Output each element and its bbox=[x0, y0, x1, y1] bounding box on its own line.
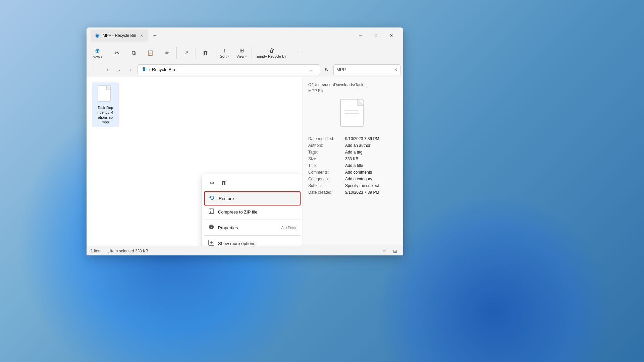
categories-value: Add a category bbox=[345, 176, 398, 182]
more-options-button[interactable]: ··· bbox=[291, 48, 308, 58]
delete-button[interactable]: 🗑 bbox=[197, 49, 213, 57]
path-text: Recycle Bin bbox=[152, 67, 175, 72]
authors-value: Add an author bbox=[345, 142, 398, 149]
main-content: Task-Depndency-Rationshipmpp ✂ 🗑 bbox=[87, 77, 403, 246]
list-view-toggle[interactable]: ≡ bbox=[380, 247, 388, 255]
separator-5 bbox=[252, 47, 252, 59]
ctx-delete-button[interactable]: 🗑 bbox=[219, 178, 229, 188]
ctx-show-more-item[interactable]: Show more options bbox=[204, 237, 301, 246]
copy-button[interactable]: ⧉ bbox=[125, 49, 142, 57]
new-button[interactable]: ⊕ New ▾ bbox=[89, 46, 106, 60]
ctx-separator-2 bbox=[204, 235, 301, 236]
share-button[interactable]: ↗ bbox=[178, 48, 194, 57]
ctx-cut-icon: ✂ bbox=[210, 180, 214, 186]
ctx-properties-item[interactable]: Properties Alt+Enter bbox=[204, 221, 301, 234]
window-controls: ─ □ ✕ bbox=[353, 30, 399, 41]
tab-title: MPP - Recycle Bin bbox=[103, 33, 136, 38]
empty-bin-label: Empty Recycle Bin bbox=[257, 54, 287, 58]
subject-label: Subject: bbox=[308, 182, 345, 189]
new-dropdown-icon: ▾ bbox=[101, 55, 102, 59]
ctx-show-more-label: Show more options bbox=[218, 241, 297, 246]
tags-value: Add a tag bbox=[345, 149, 398, 156]
item-selected: 1 item selected 333 KB bbox=[107, 249, 148, 253]
date-created-row: Date created: 9/10/2023 7:39 PM bbox=[308, 189, 398, 196]
ctx-compress-item[interactable]: Compress to ZIP file bbox=[204, 205, 301, 218]
view-label: View bbox=[236, 54, 245, 58]
file-icon-container bbox=[97, 85, 113, 104]
svg-rect-5 bbox=[210, 212, 211, 213]
explorer-window: MPP - Recycle Bin ✕ + ─ □ ✕ ⊕ New ▾ ✂ ⧉ … bbox=[87, 27, 403, 255]
address-dropdown-icon[interactable]: ⌄ bbox=[310, 67, 316, 72]
view-button[interactable]: ⊞ View ▾ bbox=[233, 46, 250, 60]
details-path: C:\Users\user\Downloads\Task... bbox=[308, 82, 398, 87]
grid-view-toggle[interactable]: ⊞ bbox=[391, 247, 399, 255]
new-tab-button[interactable]: + bbox=[150, 30, 160, 41]
ctx-properties-icon bbox=[208, 224, 215, 231]
up-button[interactable]: ↑ bbox=[125, 64, 136, 75]
active-tab[interactable]: MPP - Recycle Bin ✕ bbox=[91, 29, 148, 42]
comments-value: Add comments bbox=[345, 169, 398, 176]
sort-label: Sort bbox=[220, 54, 226, 58]
delete-icon: 🗑 bbox=[203, 50, 208, 56]
details-panel: C:\Users\user\Downloads\Task... MPP File… bbox=[303, 77, 403, 246]
ctx-compress-icon bbox=[208, 208, 215, 216]
grid-view-icon: ⊞ bbox=[393, 248, 397, 254]
share-icon: ↗ bbox=[184, 50, 189, 56]
paste-icon: 📋 bbox=[147, 50, 154, 56]
copy-icon: ⧉ bbox=[132, 50, 136, 56]
size-value: 333 KB bbox=[345, 156, 398, 162]
empty-bin-icon: 🗑 bbox=[269, 48, 275, 54]
list-view-icon: ≡ bbox=[383, 248, 386, 254]
search-clear-icon[interactable]: ✕ bbox=[394, 67, 397, 72]
date-created-label: Date created: bbox=[308, 189, 345, 196]
size-label: Size: bbox=[308, 156, 345, 162]
date-modified-value: 9/10/2023 7:39 PM bbox=[345, 135, 398, 142]
close-button[interactable]: ✕ bbox=[384, 30, 399, 41]
ctx-show-more-icon bbox=[208, 240, 215, 246]
history-dropdown-button[interactable]: ⌄ bbox=[113, 64, 124, 75]
tab-close-button[interactable]: ✕ bbox=[139, 33, 144, 38]
tags-label: Tags: bbox=[308, 149, 345, 156]
context-menu: ✂ 🗑 Restore bbox=[202, 174, 303, 246]
maximize-button[interactable]: □ bbox=[368, 30, 384, 41]
paste-button[interactable]: 📋 bbox=[142, 48, 158, 57]
separator-1 bbox=[107, 47, 107, 59]
date-created-value: 9/10/2023 7:39 PM bbox=[345, 189, 398, 196]
title-value: Add a title bbox=[345, 162, 398, 169]
size-row: Size: 333 KB bbox=[308, 156, 398, 162]
status-bar-right: ≡ ⊞ bbox=[380, 247, 399, 255]
date-modified-row: Date modified: 9/10/2023 7:39 PM bbox=[308, 135, 398, 142]
empty-recycle-bin-button[interactable]: 🗑 Empty Recycle Bin bbox=[253, 46, 291, 60]
comments-label: Comments: bbox=[308, 169, 345, 176]
title-row: Title: Add a title bbox=[308, 162, 398, 169]
status-bar: 1 item 1 item selected 333 KB ≡ ⊞ bbox=[87, 246, 403, 255]
item-count: 1 item bbox=[91, 249, 102, 253]
cut-button[interactable]: ✂ bbox=[109, 48, 125, 58]
back-button[interactable]: ← bbox=[89, 64, 100, 75]
address-input[interactable]: › Recycle Bin ⌄ bbox=[138, 64, 320, 75]
search-value: MPP bbox=[336, 67, 392, 72]
search-box[interactable]: MPP ✕ bbox=[333, 64, 400, 75]
date-modified-label: Date modified: bbox=[308, 135, 345, 142]
file-icon-svg bbox=[97, 85, 113, 104]
toolbar: ⊕ New ▾ ✂ ⧉ 📋 ✏ ↗ 🗑 ↕ bbox=[87, 44, 403, 62]
rename-button[interactable]: ✏ bbox=[159, 48, 175, 57]
file-area[interactable]: Task-Depndency-Rationshipmpp ✂ 🗑 bbox=[87, 77, 303, 246]
more-icon: ··· bbox=[297, 49, 303, 56]
sort-button[interactable]: ↕ Sort ▾ bbox=[216, 46, 232, 60]
forward-button[interactable]: → bbox=[101, 64, 112, 75]
ctx-restore-item[interactable]: Restore bbox=[204, 191, 301, 205]
file-label: Task-Depndency-Rationshipmpp bbox=[97, 105, 113, 124]
file-item[interactable]: Task-Depndency-Rationshipmpp bbox=[92, 82, 119, 127]
ctx-cut-button[interactable]: ✂ bbox=[207, 178, 217, 188]
title-label: Title: bbox=[308, 162, 345, 169]
minimize-button[interactable]: ─ bbox=[353, 30, 368, 41]
refresh-button[interactable]: ↻ bbox=[321, 64, 332, 75]
authors-row: Authors: Add an author bbox=[308, 142, 398, 149]
separator-4 bbox=[215, 47, 215, 59]
separator-3 bbox=[196, 47, 196, 59]
address-bar: ← → ⌄ ↑ › Recycle Bin ⌄ ↻ MPP ✕ bbox=[87, 62, 403, 77]
title-bar: MPP - Recycle Bin ✕ + ─ □ ✕ bbox=[87, 27, 403, 44]
tags-row: Tags: Add a tag bbox=[308, 149, 398, 156]
authors-label: Authors: bbox=[308, 142, 345, 149]
